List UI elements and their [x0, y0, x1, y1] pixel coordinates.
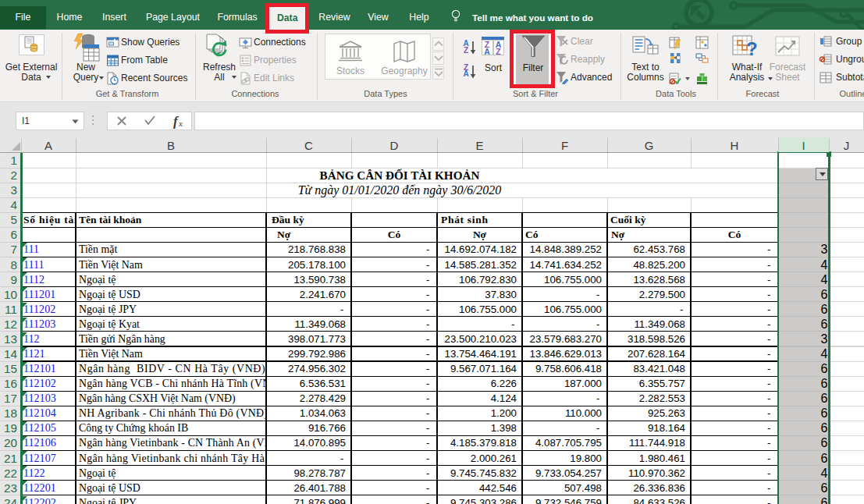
- svg-text:x: x: [178, 119, 183, 128]
- svg-text:?: ?: [746, 38, 758, 59]
